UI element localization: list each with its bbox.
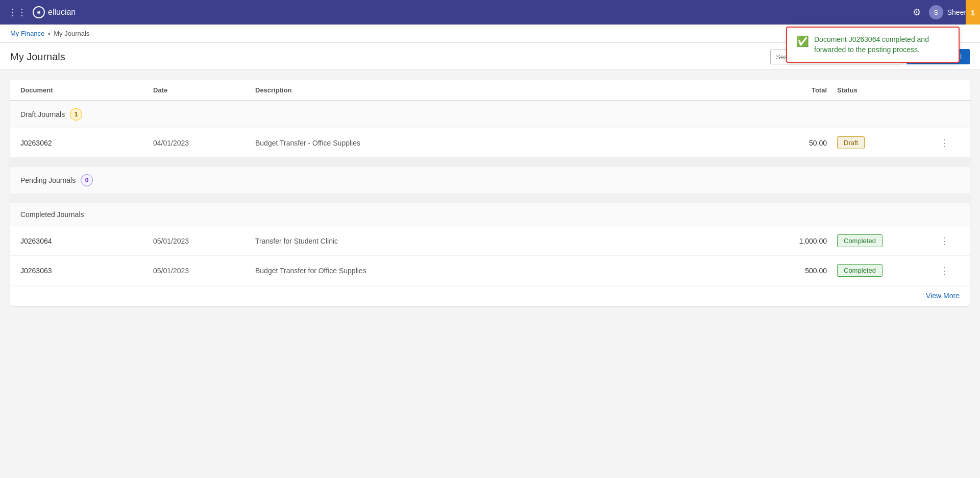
doc-total: 50.00 [761,139,837,147]
doc-description: Budget Transfer for Office Supplies [255,267,761,275]
section-draft-journals: Draft Journals 1 [10,101,970,128]
journals-table: Document Date Description Total Status D… [10,80,970,306]
grid-icon[interactable]: ⋮⋮ [8,7,27,18]
page-title: My Journals [10,51,65,63]
table-row: J0263062 04/01/2023 Budget Transfer - Of… [10,128,970,158]
section-completed-label: Completed Journals [20,210,84,219]
col-header-description: Description [255,86,761,94]
toast-message: Document J0263064 completed and forwarde… [814,35,949,55]
main-content: Document Date Description Total Status D… [0,70,980,316]
view-more-row: View More [10,285,970,306]
pending-badge: 0 [81,174,93,186]
top-nav: ⋮⋮ e ellucian ⚙ S Sheena 1 ✅ Document J0… [0,0,980,25]
table-row: J0263064 05/01/2023 Transfer for Student… [10,226,970,256]
doc-status: Completed [837,264,929,277]
settings-icon[interactable]: ⚙ [913,7,921,18]
check-circle-icon: ✅ [796,35,809,47]
status-badge: Completed [837,264,883,277]
col-header-status: Status [837,86,929,94]
doc-id[interactable]: J0263062 [20,139,153,147]
doc-total: 1,000.00 [761,237,837,245]
breadcrumb-my-finance[interactable]: My Finance [10,30,44,37]
breadcrumb-my-journals: My Journals [54,30,89,37]
row-menu-button[interactable]: ⋮ [929,235,960,247]
doc-status: Completed [837,234,929,247]
row-menu-button[interactable]: ⋮ [929,265,960,276]
nav-left: ⋮⋮ e ellucian [8,6,76,18]
nav-right: ⚙ S Sheena [913,5,972,19]
status-badge: Draft [837,136,865,149]
doc-date: 05/01/2023 [153,237,255,245]
section-pending-journals: Pending Journals 0 [10,167,970,194]
col-header-document: Document [20,86,153,94]
section-completed-journals: Completed Journals [10,203,970,226]
section-draft-label: Draft Journals [20,110,65,118]
doc-total: 500.00 [761,267,837,275]
notification-toast: ✅ Document J0263064 completed and forwar… [786,27,960,63]
col-header-date: Date [153,86,255,94]
row-menu-button[interactable]: ⋮ [929,137,960,149]
logo-circle-icon: e [33,6,45,18]
logo-text: ellucian [48,8,76,17]
doc-date: 04/01/2023 [153,139,255,147]
nav-logo: e ellucian [33,6,76,18]
table-row: J0263063 05/01/2023 Budget Transfer for … [10,256,970,285]
status-badge: Completed [837,234,883,247]
doc-date: 05/01/2023 [153,267,255,275]
section-spacer [10,158,970,167]
col-header-actions [929,86,960,94]
section-spacer-2 [10,194,970,203]
breadcrumb-separator: ● [47,31,51,36]
doc-id[interactable]: J0263063 [20,267,153,275]
view-more-link[interactable]: View More [926,292,960,300]
doc-id[interactable]: J0263064 [20,237,153,245]
avatar: S [929,5,943,19]
section-pending-label: Pending Journals [20,176,76,184]
doc-status: Draft [837,136,929,149]
nav-badge: 1 [966,0,980,25]
doc-description: Transfer for Student Clinic [255,237,761,245]
table-header: Document Date Description Total Status [10,80,970,101]
draft-badge: 1 [70,108,82,121]
col-header-total: Total [761,86,837,94]
doc-description: Budget Transfer - Office Supplies [255,139,761,147]
